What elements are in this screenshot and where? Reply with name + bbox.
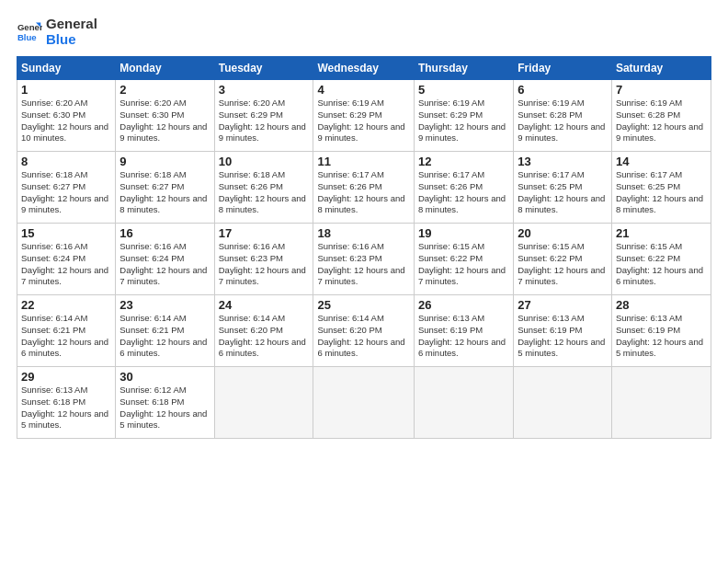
day-number: 24 [219, 298, 310, 312]
day-number: 23 [119, 298, 210, 312]
day-info: Sunrise: 6:17 AM Sunset: 6:25 PM Dayligh… [518, 169, 608, 216]
table-row [414, 367, 513, 439]
table-row: 26 Sunrise: 6:13 AM Sunset: 6:19 PM Dayl… [414, 295, 513, 367]
table-row: 27 Sunrise: 6:13 AM Sunset: 6:19 PM Dayl… [514, 295, 612, 367]
day-number: 8 [21, 155, 111, 168]
table-row: 17 Sunrise: 6:16 AM Sunset: 6:23 PM Dayl… [214, 224, 313, 295]
table-row: 24 Sunrise: 6:14 AM Sunset: 6:20 PM Dayl… [214, 295, 313, 367]
calendar-table: Sunday Monday Tuesday Wednesday Thursday… [17, 56, 711, 439]
table-row [514, 367, 612, 439]
table-row: 14 Sunrise: 6:17 AM Sunset: 6:25 PM Dayl… [611, 152, 711, 224]
table-row: 18 Sunrise: 6:16 AM Sunset: 6:23 PM Dayl… [313, 224, 414, 295]
day-info: Sunrise: 6:20 AM Sunset: 6:29 PM Dayligh… [219, 98, 310, 144]
table-row: 30 Sunrise: 6:12 AM Sunset: 6:18 PM Dayl… [116, 367, 214, 439]
day-number: 22 [21, 298, 111, 312]
table-row: 9 Sunrise: 6:18 AM Sunset: 6:27 PM Dayli… [116, 152, 214, 224]
table-row: 3 Sunrise: 6:20 AM Sunset: 6:29 PM Dayli… [214, 80, 313, 152]
day-number: 30 [119, 370, 210, 384]
day-info: Sunrise: 6:20 AM Sunset: 6:30 PM Dayligh… [119, 98, 210, 144]
day-number: 11 [317, 155, 409, 168]
day-info: Sunrise: 6:12 AM Sunset: 6:18 PM Dayligh… [119, 385, 210, 431]
day-number: 28 [616, 298, 707, 312]
day-number: 17 [219, 226, 310, 240]
day-number: 21 [616, 226, 707, 240]
table-row: 19 Sunrise: 6:15 AM Sunset: 6:22 PM Dayl… [414, 224, 513, 295]
day-info: Sunrise: 6:17 AM Sunset: 6:26 PM Dayligh… [317, 169, 409, 216]
day-info: Sunrise: 6:13 AM Sunset: 6:19 PM Dayligh… [616, 313, 707, 360]
logo: General Blue General Blue [17, 17, 97, 47]
day-number: 27 [518, 298, 608, 312]
day-info: Sunrise: 6:13 AM Sunset: 6:18 PM Dayligh… [21, 385, 111, 431]
logo-text-line2: Blue [46, 32, 97, 48]
table-row: 25 Sunrise: 6:14 AM Sunset: 6:20 PM Dayl… [313, 295, 414, 367]
col-tuesday: Tuesday [214, 57, 313, 80]
table-row: 22 Sunrise: 6:14 AM Sunset: 6:21 PM Dayl… [17, 295, 116, 367]
logo-text-line1: General [46, 17, 97, 32]
day-info: Sunrise: 6:18 AM Sunset: 6:27 PM Dayligh… [21, 169, 111, 216]
day-info: Sunrise: 6:18 AM Sunset: 6:27 PM Dayligh… [119, 169, 210, 216]
day-number: 25 [317, 298, 409, 312]
day-info: Sunrise: 6:14 AM Sunset: 6:20 PM Dayligh… [317, 313, 409, 360]
day-number: 16 [119, 226, 210, 240]
table-row: 20 Sunrise: 6:15 AM Sunset: 6:22 PM Dayl… [514, 224, 612, 295]
day-number: 26 [418, 298, 509, 312]
day-number: 13 [518, 155, 608, 168]
table-row: 10 Sunrise: 6:18 AM Sunset: 6:26 PM Dayl… [214, 152, 313, 224]
day-number: 19 [418, 226, 509, 240]
header: General Blue General Blue [17, 17, 711, 47]
table-row: 11 Sunrise: 6:17 AM Sunset: 6:26 PM Dayl… [313, 152, 414, 224]
col-friday: Friday [514, 57, 612, 80]
day-info: Sunrise: 6:17 AM Sunset: 6:26 PM Dayligh… [418, 169, 509, 216]
day-info: Sunrise: 6:15 AM Sunset: 6:22 PM Dayligh… [616, 241, 707, 288]
table-row: 5 Sunrise: 6:19 AM Sunset: 6:29 PM Dayli… [414, 80, 513, 152]
svg-text:Blue: Blue [17, 31, 37, 41]
day-number: 2 [119, 83, 210, 97]
day-info: Sunrise: 6:14 AM Sunset: 6:21 PM Dayligh… [21, 313, 111, 360]
logo-icon: General Blue [17, 19, 42, 45]
table-row: 12 Sunrise: 6:17 AM Sunset: 6:26 PM Dayl… [414, 152, 513, 224]
day-info: Sunrise: 6:13 AM Sunset: 6:19 PM Dayligh… [518, 313, 608, 360]
table-row: 4 Sunrise: 6:19 AM Sunset: 6:29 PM Dayli… [313, 80, 414, 152]
day-info: Sunrise: 6:16 AM Sunset: 6:24 PM Dayligh… [21, 241, 111, 288]
table-row: 28 Sunrise: 6:13 AM Sunset: 6:19 PM Dayl… [611, 295, 711, 367]
table-row: 15 Sunrise: 6:16 AM Sunset: 6:24 PM Dayl… [17, 224, 116, 295]
day-info: Sunrise: 6:19 AM Sunset: 6:29 PM Dayligh… [317, 98, 409, 144]
table-row: 16 Sunrise: 6:16 AM Sunset: 6:24 PM Dayl… [116, 224, 214, 295]
day-info: Sunrise: 6:15 AM Sunset: 6:22 PM Dayligh… [418, 241, 509, 288]
day-info: Sunrise: 6:16 AM Sunset: 6:23 PM Dayligh… [317, 241, 409, 288]
table-row [214, 367, 313, 439]
day-info: Sunrise: 6:15 AM Sunset: 6:22 PM Dayligh… [518, 241, 608, 288]
day-number: 6 [518, 83, 608, 97]
table-row: 13 Sunrise: 6:17 AM Sunset: 6:25 PM Dayl… [514, 152, 612, 224]
day-info: Sunrise: 6:14 AM Sunset: 6:21 PM Dayligh… [119, 313, 210, 360]
page: General Blue General Blue Sunday Monday … [0, 0, 728, 563]
day-number: 4 [317, 83, 409, 97]
table-row: 1 Sunrise: 6:20 AM Sunset: 6:30 PM Dayli… [17, 80, 116, 152]
day-info: Sunrise: 6:19 AM Sunset: 6:29 PM Dayligh… [418, 98, 509, 144]
table-row [611, 367, 711, 439]
day-info: Sunrise: 6:13 AM Sunset: 6:19 PM Dayligh… [418, 313, 509, 360]
day-info: Sunrise: 6:16 AM Sunset: 6:23 PM Dayligh… [219, 241, 310, 288]
day-number: 14 [616, 155, 707, 168]
col-monday: Monday [116, 57, 214, 80]
table-row [313, 367, 414, 439]
day-number: 15 [21, 226, 111, 240]
day-number: 29 [21, 370, 111, 384]
table-row: 6 Sunrise: 6:19 AM Sunset: 6:28 PM Dayli… [514, 80, 612, 152]
day-number: 1 [21, 83, 111, 97]
table-row: 8 Sunrise: 6:18 AM Sunset: 6:27 PM Dayli… [17, 152, 116, 224]
day-number: 12 [418, 155, 509, 168]
col-saturday: Saturday [611, 57, 711, 80]
day-number: 7 [616, 83, 707, 97]
col-sunday: Sunday [17, 57, 116, 80]
day-number: 9 [119, 155, 210, 168]
day-number: 10 [219, 155, 310, 168]
day-number: 5 [418, 83, 509, 97]
table-row: 21 Sunrise: 6:15 AM Sunset: 6:22 PM Dayl… [611, 224, 711, 295]
table-row: 2 Sunrise: 6:20 AM Sunset: 6:30 PM Dayli… [116, 80, 214, 152]
day-info: Sunrise: 6:18 AM Sunset: 6:26 PM Dayligh… [219, 169, 310, 216]
day-info: Sunrise: 6:14 AM Sunset: 6:20 PM Dayligh… [219, 313, 310, 360]
table-row: 29 Sunrise: 6:13 AM Sunset: 6:18 PM Dayl… [17, 367, 116, 439]
table-row: 7 Sunrise: 6:19 AM Sunset: 6:28 PM Dayli… [611, 80, 711, 152]
day-info: Sunrise: 6:20 AM Sunset: 6:30 PM Dayligh… [21, 98, 111, 144]
